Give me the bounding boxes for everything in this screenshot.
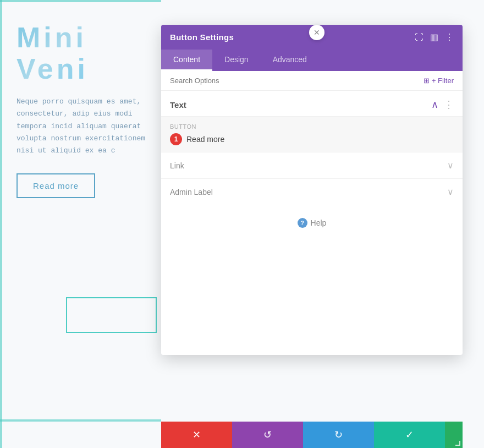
save-button[interactable]: ✓: [374, 422, 445, 448]
button-field: Button 1 Read more: [161, 117, 463, 152]
link-chevron-icon: ∨: [447, 160, 454, 171]
undo-icon: ↺: [263, 429, 272, 441]
link-section[interactable]: Link ∨: [161, 152, 463, 178]
more-options-icon[interactable]: ⋮: [445, 33, 454, 42]
page-content: Mini Veni Neque porro quisquam es amet, …: [0, 0, 165, 448]
page-title: Mini Veni: [16, 22, 148, 85]
step-badge: 1: [170, 133, 182, 145]
page-title-line2: Veni: [16, 53, 148, 85]
panel-title: Button Settings: [170, 32, 234, 42]
text-section-title: Text: [170, 100, 186, 110]
undo-button[interactable]: ↺: [232, 422, 303, 448]
help-label[interactable]: Help: [311, 218, 327, 227]
admin-label-chevron-icon: ∨: [447, 187, 454, 197]
bottom-toolbar: ✕ ↺ ↻ ✓: [161, 422, 463, 448]
tab-design[interactable]: Design: [212, 50, 261, 71]
redo-icon: ↻: [334, 429, 343, 441]
panel-tabs: Content Design Advanced: [161, 50, 463, 71]
tab-content[interactable]: Content: [161, 50, 212, 71]
panel-header-icons: ⛶ ▥ ⋮: [415, 33, 454, 42]
panel-body: Text ∧ ⋮ Button 1 Read more Link ∨ Admin…: [161, 91, 463, 355]
tab-advanced[interactable]: Advanced: [261, 50, 319, 71]
search-input[interactable]: [170, 77, 424, 85]
section-controls: ∧ ⋮: [431, 99, 454, 111]
section-collapse-icon[interactable]: ∧: [431, 99, 438, 111]
button-field-label: Button: [170, 123, 454, 130]
filter-button[interactable]: ⊞ + Filter: [424, 77, 454, 85]
settings-panel: Button Settings ⛶ ▥ ⋮ Content Design Adv…: [161, 25, 463, 355]
cancel-icon: ✕: [193, 429, 201, 441]
read-more-button[interactable]: Read more: [16, 173, 95, 198]
section-menu-icon[interactable]: ⋮: [444, 99, 454, 111]
resize-icon: [455, 440, 460, 446]
columns-icon[interactable]: ▥: [430, 33, 438, 42]
panel-search-bar: ⊞ + Filter: [161, 71, 463, 91]
filter-icon: ⊞: [424, 77, 430, 85]
page-body-text: Neque porro quisquam es amet, consectetu…: [16, 96, 148, 156]
expand-icon[interactable]: ⛶: [415, 33, 424, 42]
button-field-value: Read more: [186, 135, 224, 144]
admin-label-section[interactable]: Admin Label ∨: [161, 178, 463, 205]
help-row: ? Help: [161, 205, 463, 241]
filter-label: + Filter: [432, 77, 454, 85]
redo-button[interactable]: ↻: [303, 422, 374, 448]
save-icon: ✓: [405, 429, 414, 441]
button-field-input-row: 1 Read more: [170, 133, 454, 145]
text-section-header: Text ∧ ⋮: [161, 91, 463, 117]
help-icon[interactable]: ?: [298, 218, 307, 228]
panel-close-outer-button[interactable]: ✕: [309, 25, 324, 40]
admin-label-section-label: Admin Label: [170, 188, 213, 196]
cancel-button[interactable]: ✕: [161, 422, 232, 448]
link-section-label: Link: [170, 161, 184, 170]
page-title-line1: Mini: [16, 22, 148, 53]
toolbar-corner: [445, 422, 463, 448]
